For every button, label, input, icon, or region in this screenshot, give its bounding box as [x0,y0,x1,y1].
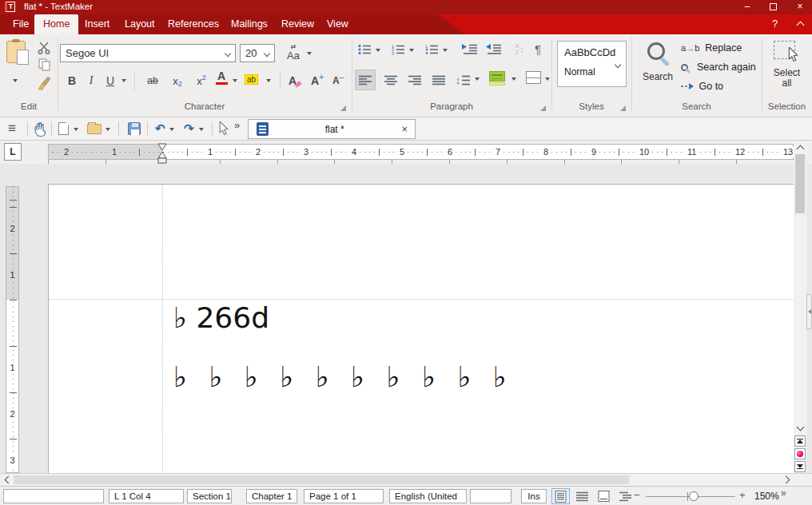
subscript-button[interactable]: x 2 [168,71,187,90]
replace-button[interactable]: a → b Replace [681,41,742,55]
horizontal-scrollbar[interactable] [0,473,812,486]
borders-dropdown[interactable] [545,78,550,81]
line-spacing-dropdown[interactable] [475,78,480,81]
shading-button[interactable] [489,71,505,85]
numbered-list-dropdown[interactable] [409,49,414,52]
scroll-down-button[interactable] [794,422,806,435]
tab-references[interactable]: References [159,14,228,34]
new-document-button[interactable] [58,122,69,135]
formatting-marks-button[interactable]: ¶ [531,41,545,57]
tab-insert[interactable]: Insert [76,14,118,34]
character-dialog-launcher[interactable] [340,105,346,111]
document-line-2[interactable]: ♭ ♭ ♭ ♭ ♭ ♭ ♭ ♭ ♭ ♭ [173,360,507,393]
scroll-left-button[interactable] [0,474,13,486]
vertical-scrollbar[interactable] [794,141,806,473]
tab-view[interactable]: View [318,14,357,34]
search-again-button[interactable]: Search again [681,60,756,74]
zoom-out-button[interactable]: − [634,489,640,501]
status-language[interactable]: English (United [389,489,467,503]
next-page-button[interactable] [794,461,806,472]
strikethrough-button[interactable]: ab [142,71,163,90]
vertical-ruler[interactable]: 12123 [6,186,19,473]
view-continuous-button[interactable] [573,488,591,504]
toolbar-overflow-button[interactable]: » [234,114,240,137]
align-right-button[interactable] [404,70,425,90]
zoom-in-button[interactable]: + [739,489,746,501]
highlight-dropdown[interactable] [266,79,271,82]
bullet-list-dropdown[interactable] [376,49,380,52]
superscript-button[interactable]: x 2 [192,71,211,90]
paste-button[interactable] [6,41,26,63]
document-tab[interactable]: flat * × [248,119,416,139]
document-page[interactable] [48,184,794,473]
goto-button[interactable]: Go to [681,79,723,93]
numbered-list-button[interactable]: 123 [392,44,405,55]
minimize-button[interactable]: – [735,0,759,14]
previous-page-button[interactable] [794,435,806,447]
outline-list-dropdown[interactable] [443,49,448,52]
underline-dropdown[interactable] [121,79,126,82]
shrink-font-button[interactable]: A – [329,71,347,90]
increase-indent-button[interactable] [462,44,478,55]
justify-button[interactable] [428,70,449,90]
align-left-button[interactable] [355,70,376,90]
indent-markers[interactable] [157,143,168,164]
tab-mailings[interactable]: Mailings [222,14,277,34]
view-master-pages-button[interactable] [595,488,613,504]
bold-button[interactable]: B [64,71,80,90]
font-name-select[interactable]: Segoe UI [60,44,236,62]
document-line-1[interactable]: ♭ 266d [173,301,269,334]
status-insert-mode[interactable]: Ins [521,489,547,503]
line-spacing-button[interactable]: ↕ [452,70,473,90]
status-section[interactable]: Section 1 [187,489,232,503]
statusbar-overflow-button[interactable]: » [781,487,786,499]
scroll-up-button[interactable] [794,141,806,153]
status-cursor-position[interactable]: L 1 Col 4 [109,489,184,503]
undo-dropdown[interactable] [169,128,174,131]
paragraph-dialog-launcher[interactable] [540,105,546,111]
undo-button[interactable]: ↶ [155,117,165,140]
paste-dropdown[interactable] [13,79,18,82]
shading-dropdown[interactable] [511,78,516,81]
object-mode-button[interactable] [219,121,229,135]
align-center-button[interactable] [380,70,401,90]
save-button[interactable] [128,122,141,135]
hamburger-menu-button[interactable]: ≡ [8,117,16,140]
new-document-dropdown[interactable] [74,128,78,131]
decrease-indent-button[interactable] [486,44,502,55]
document-canvas[interactable]: 12123 ♭ 266d ♭ ♭ ♭ ♭ ♭ ♭ ♭ ♭ ♭ ♭ [0,164,812,473]
zoom-percentage[interactable]: 150% [754,491,779,502]
copy-button[interactable] [38,58,51,71]
outline-list-button[interactable]: 1 [425,44,439,55]
view-outline-button[interactable] [616,488,635,504]
grow-font-button[interactable]: A + [308,71,326,90]
tab-file[interactable]: File [4,14,38,34]
change-case-button[interactable]: ⇄ Aa [281,42,305,63]
status-page[interactable]: Page 1 of 1 [304,489,384,503]
clear-formatting-button[interactable]: A [286,71,304,90]
change-case-dropdown[interactable] [307,52,312,55]
font-color-dropdown[interactable] [233,79,237,82]
sidebar-collapse-handle[interactable] [806,294,812,329]
browse-object-button[interactable] [794,448,806,459]
format-painter-button[interactable] [37,76,51,90]
close-tab-button[interactable]: × [394,123,415,135]
font-color-button[interactable]: A [214,70,229,85]
help-button[interactable]: ? [772,14,778,34]
highlight-button[interactable]: ab [245,74,258,85]
sort-button[interactable]: AZ ↕ [511,42,527,57]
status-chapter[interactable]: Chapter 1 [246,489,297,503]
styles-dialog-launcher[interactable] [620,105,626,111]
search-button[interactable]: Search [639,41,676,82]
status-empty-field[interactable] [3,489,104,503]
touch-mode-button[interactable] [34,121,47,137]
open-dropdown[interactable] [105,128,110,131]
tab-review[interactable]: Review [273,14,323,34]
horizontal-scroll-thumb[interactable] [14,475,629,484]
tab-home[interactable]: Home [34,14,78,34]
styles-gallery[interactable]: AaBbCcDd Normal [557,41,627,87]
zoom-slider-handle[interactable] [689,491,699,501]
scroll-right-button[interactable] [781,474,794,486]
bullet-list-button[interactable] [358,44,372,55]
tab-layout[interactable]: Layout [116,14,164,34]
